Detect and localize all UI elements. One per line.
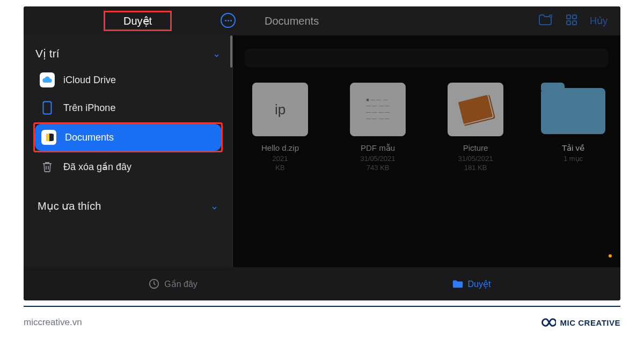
file-grid: ip Hello d.zip 2021 KB ■ — — —— — — —— —… <box>238 83 615 172</box>
sidebar-item-icloud[interactable]: iCloud Drive <box>33 67 223 93</box>
file-item[interactable]: ■ — — —— — — —— — — —— — — — PDF mẫu 31/… <box>340 83 415 172</box>
phone-icon <box>40 100 55 115</box>
image-thumbnail <box>448 83 503 136</box>
search-input[interactable] <box>245 48 609 68</box>
folder-thumbnail <box>538 83 608 136</box>
svg-rect-2 <box>573 15 576 19</box>
main-content: ip Hello d.zip 2021 KB ■ — — —— — — —— —… <box>233 35 620 267</box>
more-options-button[interactable] <box>221 13 236 28</box>
locations-title: Vị trí <box>35 47 60 60</box>
folder-item[interactable]: Tải về 1 mục <box>536 83 611 172</box>
file-name: PDF mẫu <box>340 143 415 153</box>
tab-recent[interactable]: Gần đây <box>24 267 322 300</box>
zip-thumbnail: ip <box>252 83 308 136</box>
sidebar-header: Duyệt <box>24 6 252 35</box>
brand-name: MIC CREATIVE <box>560 318 620 327</box>
sidebar-item-documents[interactable]: Documents <box>35 124 221 151</box>
grid-view-icon[interactable] <box>565 13 578 28</box>
chevron-down-icon: ⌄ <box>210 200 218 212</box>
sidebar-item-label: Documents <box>65 132 114 143</box>
header-actions: Hủy <box>538 13 608 28</box>
folder-title: Documents <box>265 15 538 27</box>
scrollbar-thumb[interactable] <box>230 35 232 68</box>
file-name: Picture <box>438 143 513 153</box>
documents-app-icon <box>41 130 56 145</box>
chevron-down-icon: ⌄ <box>213 48 221 60</box>
cloud-icon <box>40 72 55 87</box>
file-item[interactable]: ip Hello d.zip 2021 KB <box>243 83 318 172</box>
tab-label: Gần đây <box>164 279 197 289</box>
sidebar-item-label: Trên iPhone <box>63 102 115 114</box>
new-folder-icon[interactable] <box>538 13 553 28</box>
file-size: 743 KB <box>340 164 415 172</box>
file-size: KB <box>243 164 318 172</box>
tab-label: Duyệt <box>468 279 491 289</box>
favourites-title: Mục ưa thích <box>38 200 101 212</box>
tab-browse[interactable]: Duyệt <box>322 267 620 300</box>
trash-icon <box>40 159 55 174</box>
svg-rect-4 <box>573 21 576 25</box>
indicator-dot <box>609 254 612 258</box>
browse-title[interactable]: Duyệt <box>104 11 172 31</box>
bottom-tabbar: Gần đây Duyệt <box>24 267 620 300</box>
pdf-thumbnail: ■ — — —— — — —— — — —— — — — <box>350 83 406 136</box>
main-header: Documents Hủy <box>252 13 620 28</box>
locations-header[interactable]: Vị trí ⌄ <box>33 44 223 65</box>
file-date: 31/05/2021 <box>438 155 513 163</box>
page-footer: miccreative.vn MIC CREATIVE <box>24 306 620 328</box>
file-item[interactable]: Picture 31/05/2021 181 KB <box>438 83 513 172</box>
documents-highlight: Documents <box>33 122 223 152</box>
sidebar-item-on-iphone[interactable]: Trên iPhone <box>33 94 223 121</box>
svg-rect-1 <box>567 15 570 19</box>
favourites-section: Mục ưa thích ⌄ <box>24 196 232 218</box>
app-frame: Duyệt Documents Hủy Vị trí ⌄ <box>24 6 620 300</box>
cancel-button[interactable]: Hủy <box>590 15 608 27</box>
file-size: 181 KB <box>438 164 513 172</box>
sidebar: Vị trí ⌄ iCloud Drive Trên iPhone <box>24 35 233 267</box>
locations-section: Vị trí ⌄ iCloud Drive Trên iPhone <box>24 44 232 180</box>
favourites-header[interactable]: Mục ưa thích ⌄ <box>35 196 221 218</box>
file-date: 2021 <box>243 155 318 163</box>
svg-rect-5 <box>43 102 52 114</box>
site-url: miccreative.vn <box>24 317 82 328</box>
sidebar-item-recently-deleted[interactable]: Đã xóa gần đây <box>33 153 223 180</box>
file-name: Hello d.zip <box>243 143 318 153</box>
file-date: 31/05/2021 <box>340 155 415 163</box>
svg-rect-3 <box>567 21 570 25</box>
sidebar-item-label: Đã xóa gần đây <box>63 161 131 173</box>
body: Vị trí ⌄ iCloud Drive Trên iPhone <box>24 35 620 267</box>
sidebar-item-label: iCloud Drive <box>63 75 116 86</box>
file-date: 1 mục <box>536 155 611 163</box>
thumb-label: ip <box>275 101 286 118</box>
divider <box>24 306 620 307</box>
infinity-icon <box>538 317 556 328</box>
top-bar: Duyệt Documents Hủy <box>24 6 620 35</box>
file-name: Tải về <box>536 143 611 153</box>
brand-logo: MIC CREATIVE <box>538 317 620 328</box>
